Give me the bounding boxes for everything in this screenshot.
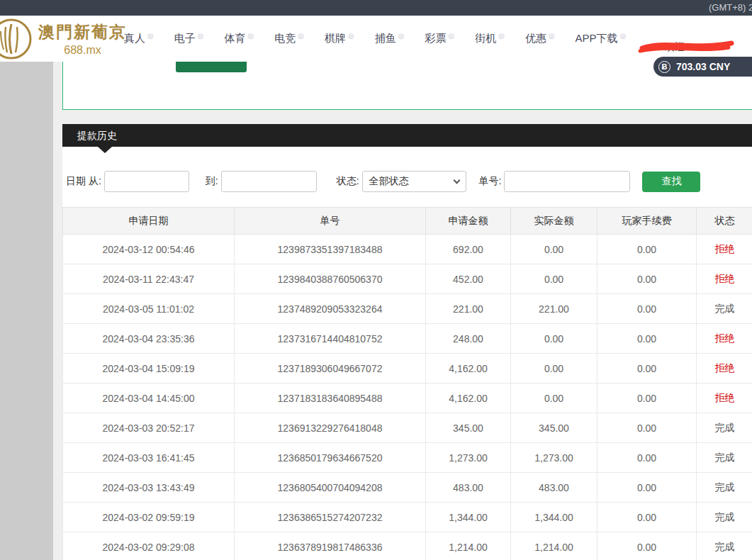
wallet-balance[interactable]: Ƀ 703.03 CNY (653, 57, 752, 77)
search-button[interactable]: 查找 (642, 172, 700, 192)
nav-item[interactable]: 电子◎ (174, 32, 204, 45)
table-row: 2024-03-04 14:45:00 1237183183640895488 … (63, 383, 752, 413)
column-header-actual-amount: 实际金额 (511, 208, 597, 235)
cell-actual-amount: 345.00 (511, 413, 597, 443)
cell-actual-amount: 483.00 (511, 473, 597, 503)
nav-item[interactable]: 街机◎ (475, 32, 505, 45)
cell-player-fee: 0.00 (597, 235, 697, 264)
cell-order-number: 1236913229276418048 (235, 413, 426, 443)
cell-apply-date: 2024-03-05 11:01:02 (63, 294, 235, 324)
nav-badge-icon: ◎ (348, 32, 354, 40)
cell-apply-date: 2024-03-04 23:35:36 (63, 324, 235, 354)
cell-apply-amount: 345.00 (426, 413, 511, 443)
table-row: 2024-03-12 00:54:46 1239873351397183488 … (63, 235, 752, 264)
cell-player-fee: 0.00 (597, 383, 697, 413)
cell-apply-date: 2024-03-03 13:43:49 (63, 473, 235, 503)
cell-player-fee: 0.00 (597, 443, 697, 473)
nav-badge-icon: ◎ (147, 32, 154, 40)
page: 提款历史 日期 从: 到: 状态: 全部状态 单号: 查找 (0, 0, 752, 560)
nav-badge-icon: ◎ (498, 32, 505, 40)
cell-player-fee: 0.00 (597, 413, 697, 443)
cell-player-fee: 0.00 (597, 324, 697, 354)
cell-apply-date: 2024-03-02 09:59:19 (63, 503, 235, 532)
balance-amount: 703.03 CNY (676, 61, 730, 72)
cell-status: 完成 (697, 443, 752, 473)
nav-item[interactable]: 体育◎ (224, 32, 254, 45)
nav-badge-icon: ◎ (298, 32, 304, 40)
cell-apply-amount: 483.00 (426, 473, 511, 503)
nav-item[interactable]: APP下载◎ (576, 32, 627, 45)
table-row: 2024-03-03 20:52:17 1236913229276418048 … (63, 413, 752, 443)
site-logo[interactable]: 澳門新葡京 688.mx (0, 17, 127, 61)
chevron-down-icon (453, 177, 460, 184)
cell-player-fee: 0.00 (597, 473, 697, 503)
table-row: 2024-03-03 16:41:45 1236850179634667520 … (63, 443, 752, 473)
lotus-emblem-icon (0, 17, 35, 61)
column-header-order-number: 单号 (235, 208, 426, 235)
status-select-value: 全部状态 (369, 175, 409, 188)
column-header-apply-amount: 申请金额 (426, 208, 511, 235)
cell-actual-amount: 221.00 (511, 294, 597, 324)
column-header-apply-date: 申请日期 (63, 208, 235, 235)
nav-item[interactable]: 棋牌◎ (325, 32, 354, 45)
top-utility-bar: (GMT+8) 2 (0, 0, 752, 16)
date-from-label: 日期 从: (66, 175, 101, 188)
main-nav: 真人◎ 电子◎ 体育◎ 电竞◎ 棋牌◎ 捕鱼◎ 彩票◎ 街机◎ 优惠◎ APP下… (124, 16, 626, 62)
column-header-status: 状态 (697, 208, 752, 235)
table-row: 2024-03-04 15:09:19 1237189306049667072 … (63, 354, 752, 383)
date-from-input[interactable] (104, 171, 189, 192)
table-row: 2024-03-04 23:35:36 1237316714404810752 … (63, 324, 752, 354)
redaction-scribble (636, 37, 737, 55)
cell-order-number: 1236850179634667520 (235, 443, 426, 473)
site-header: 澳門新葡京 688.mx 真人◎ 电子◎ 体育◎ 电竞◎ 棋牌◎ 捕鱼◎ 彩票◎… (0, 16, 752, 62)
date-to-input[interactable] (221, 171, 317, 192)
cell-status: 拒绝 (697, 324, 752, 354)
cell-order-number: 1237189306049667072 (235, 354, 426, 383)
brand-name: 澳門新葡京 (38, 21, 127, 43)
date-to-label: 到: (206, 175, 218, 188)
nav-item[interactable]: 电竞◎ (274, 32, 304, 45)
cell-player-fee: 0.00 (597, 503, 697, 532)
filter-bar: 日期 从: 到: 状态: 全部状态 单号: 查找 (66, 171, 700, 192)
withdraw-table-body: 2024-03-12 00:54:46 1239873351397183488 … (63, 235, 752, 560)
status-select[interactable]: 全部状态 (362, 171, 466, 192)
cell-status: 完成 (697, 473, 752, 503)
nav-badge-icon: ◎ (247, 32, 254, 40)
cell-status: 完成 (697, 294, 752, 324)
nav-item-label: 体育 (224, 32, 245, 44)
cell-order-number: 1237183183640895488 (235, 383, 426, 413)
nav-item[interactable]: 优惠◎ (525, 32, 555, 45)
cell-actual-amount: 0.00 (511, 324, 597, 354)
table-row: 2024-03-11 22:43:47 1239840388760506370 … (63, 264, 752, 294)
table-row: 2024-03-02 09:59:19 1236386515274207232 … (63, 503, 752, 532)
order-number-input[interactable] (504, 171, 630, 192)
cell-actual-amount: 0.00 (511, 264, 597, 294)
cell-order-number: 1237316714404810752 (235, 324, 426, 354)
nav-item[interactable]: 捕鱼◎ (375, 32, 405, 45)
cell-apply-date: 2024-03-03 16:41:45 (63, 443, 235, 473)
cell-actual-amount: 0.00 (511, 354, 597, 383)
cell-apply-amount: 4,162.00 (426, 383, 511, 413)
cell-order-number: 1236386515274207232 (235, 503, 426, 532)
cell-status: 拒绝 (697, 354, 752, 383)
cell-apply-date: 2024-03-03 20:52:17 (63, 413, 235, 443)
nav-item-label: 棋牌 (325, 32, 346, 44)
title-pointer-triangle (98, 147, 112, 153)
cell-status: 拒绝 (697, 235, 752, 264)
cell-actual-amount: 0.00 (511, 383, 597, 413)
cell-player-fee: 0.00 (597, 294, 697, 324)
nav-badge-icon: ◎ (448, 32, 454, 40)
bitcoin-icon: Ƀ (658, 61, 670, 73)
nav-badge-icon: ◎ (549, 32, 555, 40)
cell-status: 拒绝 (697, 383, 752, 413)
nav-item-label: 电子 (174, 32, 196, 44)
nav-item[interactable]: 真人◎ (124, 32, 154, 45)
cell-order-number: 1237489209053323264 (235, 294, 426, 324)
timezone-clock: (GMT+8) 2 (709, 2, 752, 13)
table-row: 2024-03-05 11:01:02 1237489209053323264 … (63, 294, 752, 324)
cell-status: 拒绝 (697, 264, 752, 294)
table-row: 2024-03-03 13:43:49 1236805400704094208 … (63, 473, 752, 503)
nav-item[interactable]: 彩票◎ (425, 32, 454, 45)
status-label: 状态: (337, 175, 359, 188)
cell-order-number: 1236805400704094208 (235, 473, 426, 503)
